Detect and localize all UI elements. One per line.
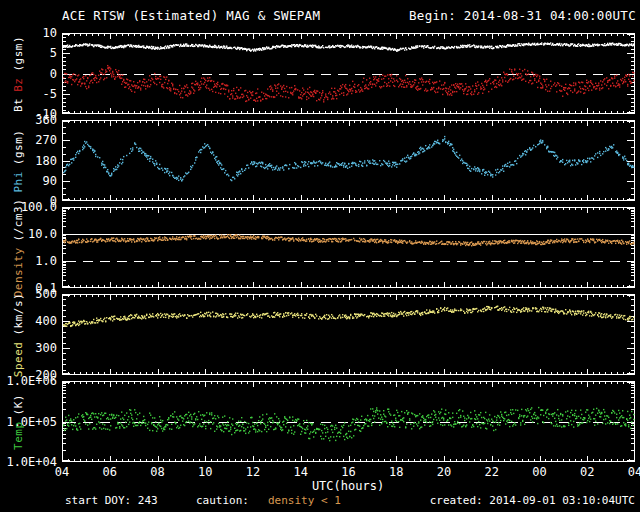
x-tick-label: 04 [45, 465, 79, 479]
x-tick-label: 14 [284, 465, 318, 479]
y-axis-label-part: Phi [12, 168, 25, 195]
start-doy-label: start DOY: 243 [65, 494, 158, 507]
x-tick-label: 12 [236, 465, 270, 479]
x-tick-label: 22 [475, 465, 509, 479]
y-tick-label-speed: 300 [0, 341, 57, 355]
x-tick-label: 00 [523, 465, 557, 479]
x-tick-label: 18 [379, 465, 413, 479]
page-title: ACE RTSW (Estimated) MAG & SWEPAM [62, 8, 320, 23]
y-axis-label-temp: Temp(K) [12, 391, 25, 453]
begin-timestamp: Begin: 2014-08-31 04:00:00UTC [409, 8, 636, 23]
panel-phi-plot [62, 120, 635, 201]
y-axis-label-part: Bz [12, 74, 25, 94]
x-tick-label: 20 [427, 465, 461, 479]
created-timestamp: created: 2014-09-01 03:10:04UTC [430, 494, 635, 507]
panel-speed-plot [62, 294, 635, 375]
y-tick-label-phi: 90 [0, 174, 57, 188]
y-tick-label-temp: 1.0E+06 [0, 374, 57, 388]
y-axis-label-speed: Speed(km/s) [12, 289, 25, 379]
y-tick-label-density: 10.0 [0, 227, 57, 241]
x-tick-label: 16 [332, 465, 366, 479]
y-axis-label-part: Temp [12, 418, 25, 453]
caution-label: caution: [196, 494, 249, 507]
y-tick-label-phi: 360 [0, 113, 57, 127]
panel-bt-bz-plot [62, 33, 635, 114]
panel-density-plot [62, 207, 635, 288]
y-tick-label-density: 1.0 [0, 254, 57, 268]
y-tick-label-bt-bz: 10 [0, 26, 57, 40]
y-tick-label-temp: 1.0E+05 [0, 415, 57, 429]
y-axis-label-part: (gsm) [12, 32, 25, 74]
y-axis-label-part: (/cm3) [12, 195, 25, 244]
x-tick-label: 08 [141, 465, 175, 479]
y-tick-label-speed: 500 [0, 287, 57, 301]
caution-value: density < 1 [268, 494, 341, 507]
y-axis-label-bt-bz: BtBz(gsm) [12, 32, 25, 114]
y-axis-label-part: (K) [12, 391, 25, 418]
y-tick-label-phi: 270 [0, 133, 57, 147]
y-tick-label-bt-bz: 5 [0, 46, 57, 60]
x-tick-label: 10 [188, 465, 222, 479]
x-tick-label: 02 [570, 465, 604, 479]
y-axis-label-part: (gsm) [12, 126, 25, 168]
y-axis-label-density: Density(/cm3) [12, 195, 25, 300]
y-tick-label-bt-bz: 0 [0, 67, 57, 81]
x-axis-title: UTC(hours) [278, 479, 418, 493]
y-axis-label-phi: Phi(gsm) [12, 126, 25, 195]
x-tick-label: 04 [618, 465, 640, 479]
y-tick-label-density: 100.0 [0, 200, 57, 214]
x-tick-label: 06 [93, 465, 127, 479]
panel-temp-plot [62, 381, 635, 462]
y-tick-label-phi: 180 [0, 154, 57, 168]
y-tick-label-speed: 400 [0, 314, 57, 328]
y-axis-label-part: Bt [12, 94, 25, 114]
y-axis-label-part: (km/s) [12, 289, 25, 338]
y-tick-label-bt-bz: -5 [0, 87, 57, 101]
ace-rtsw-plot-screen: ACE RTSW (Estimated) MAG & SWEPAM Begin:… [0, 0, 640, 512]
